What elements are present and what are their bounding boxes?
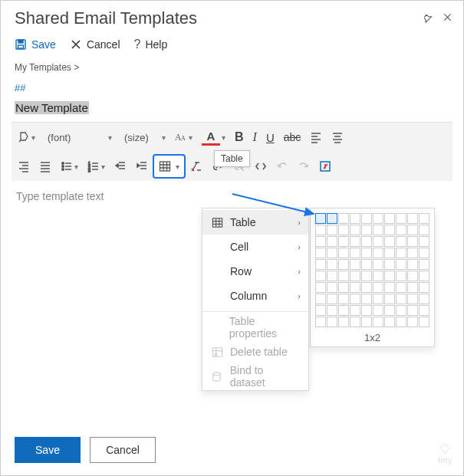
grid-cell[interactable]: [373, 317, 383, 327]
strike-button[interactable]: abc: [279, 126, 306, 149]
grid-cell[interactable]: [384, 294, 395, 304]
grid-cell[interactable]: [327, 282, 337, 293]
grid-cell[interactable]: [315, 259, 326, 270]
grid-cell[interactable]: [373, 282, 383, 293]
grid-cell[interactable]: [407, 248, 418, 258]
grid-cell[interactable]: [350, 259, 360, 270]
underline-button[interactable]: U: [262, 126, 279, 149]
font-family-select[interactable]: (font) ▾: [40, 126, 117, 149]
align-justify-button[interactable]: [35, 155, 56, 178]
menu-column[interactable]: Column ›: [202, 284, 308, 308]
grid-cell[interactable]: [350, 317, 360, 327]
grid-cell[interactable]: [361, 271, 372, 281]
grid-cell[interactable]: [361, 294, 372, 304]
font-size-select[interactable]: (size) ▾: [117, 126, 170, 149]
grid-cell[interactable]: [361, 282, 372, 293]
undo-button[interactable]: [271, 155, 293, 178]
grid-cell[interactable]: [361, 236, 372, 247]
grid-cell[interactable]: [419, 236, 429, 247]
grid-cell[interactable]: [396, 305, 406, 316]
grid-cell[interactable]: [327, 317, 337, 327]
numbered-list-button[interactable]: 123 ▾: [83, 155, 110, 178]
align-right-button[interactable]: [13, 155, 35, 178]
grid-cell[interactable]: [407, 271, 418, 281]
grid-cell[interactable]: [419, 248, 429, 258]
grid-cell[interactable]: [419, 271, 429, 281]
grid-cell[interactable]: [384, 305, 395, 316]
close-icon[interactable]: [443, 12, 452, 25]
grid-cell[interactable]: [419, 225, 429, 235]
grid-cell[interactable]: [384, 259, 395, 270]
grid-cell[interactable]: [350, 248, 360, 258]
grid-cell[interactable]: [361, 213, 372, 224]
grid-cell[interactable]: [373, 305, 383, 316]
grid-cell[interactable]: [327, 259, 337, 270]
grid-cell[interactable]: [407, 236, 418, 247]
font-color-button[interactable]: A ▾: [197, 126, 230, 149]
grid-cell[interactable]: [350, 294, 360, 304]
grid-cell[interactable]: [407, 305, 418, 316]
grid-cell[interactable]: [338, 271, 349, 281]
bold-button[interactable]: B: [230, 126, 248, 149]
grid-cell[interactable]: [407, 317, 418, 327]
grid-cell[interactable]: [315, 225, 326, 235]
grid-cell[interactable]: [373, 294, 383, 304]
grid-cell[interactable]: [396, 248, 406, 258]
clear-formatting-button[interactable]: [186, 155, 207, 178]
grid-cell[interactable]: [361, 225, 372, 235]
grid-cell[interactable]: [396, 225, 406, 235]
grid-cell[interactable]: [315, 294, 326, 304]
insert-button[interactable]: [314, 155, 336, 178]
grid-cell[interactable]: [419, 282, 429, 293]
grid-cell[interactable]: [350, 282, 360, 293]
redo-button[interactable]: [293, 155, 314, 178]
grid-cell[interactable]: [384, 317, 395, 327]
grid-cell[interactable]: [338, 225, 349, 235]
grid-cell[interactable]: [407, 282, 418, 293]
grid-cell[interactable]: [396, 236, 406, 247]
grid-cell[interactable]: [396, 294, 406, 304]
grid-cell[interactable]: [338, 294, 349, 304]
grid-cell[interactable]: [396, 213, 406, 224]
menu-cell[interactable]: Cell ›: [202, 235, 308, 259]
italic-button[interactable]: I: [248, 126, 262, 149]
grid-cell[interactable]: [315, 248, 326, 258]
help-action[interactable]: ? Help: [134, 38, 168, 51]
grid-cell[interactable]: [315, 213, 326, 224]
hash-link[interactable]: ##: [1, 76, 463, 98]
save-action[interactable]: Save: [15, 38, 56, 51]
grid-cell[interactable]: [384, 282, 395, 293]
grid-cell[interactable]: [419, 305, 429, 316]
grid-cell[interactable]: [338, 213, 349, 224]
grid-cell[interactable]: [373, 271, 383, 281]
grid-cell[interactable]: [327, 213, 337, 224]
grid-cell[interactable]: [396, 271, 406, 281]
grid-cell[interactable]: [373, 236, 383, 247]
cancel-button[interactable]: Cancel: [90, 437, 156, 463]
outdent-button[interactable]: [110, 155, 131, 178]
grid-cell[interactable]: [373, 259, 383, 270]
grid-cell[interactable]: [373, 225, 383, 235]
grid-cell[interactable]: [327, 271, 337, 281]
save-button[interactable]: Save: [15, 437, 81, 463]
source-code-button[interactable]: [250, 155, 271, 178]
table-button[interactable]: ▾: [153, 154, 186, 179]
grid-cell[interactable]: [407, 294, 418, 304]
grid-cell[interactable]: [396, 259, 406, 270]
grid-cell[interactable]: [361, 248, 372, 258]
grid-cell[interactable]: [373, 213, 383, 224]
menu-row[interactable]: Row ›: [202, 259, 308, 284]
menu-table[interactable]: Table ›: [202, 210, 308, 235]
grid-cell[interactable]: [419, 294, 429, 304]
grid-cell[interactable]: [350, 271, 360, 281]
grid-cell[interactable]: [315, 317, 326, 327]
grid-cell[interactable]: [327, 248, 337, 258]
grid-cell[interactable]: [384, 236, 395, 247]
grid-cell[interactable]: [338, 259, 349, 270]
grid-cell[interactable]: [350, 305, 360, 316]
breadcrumb[interactable]: My Templates >: [1, 59, 463, 76]
grid-cell[interactable]: [338, 305, 349, 316]
grid-cell[interactable]: [361, 305, 372, 316]
cancel-action[interactable]: Cancel: [70, 38, 120, 51]
grid-cell[interactable]: [350, 225, 360, 235]
